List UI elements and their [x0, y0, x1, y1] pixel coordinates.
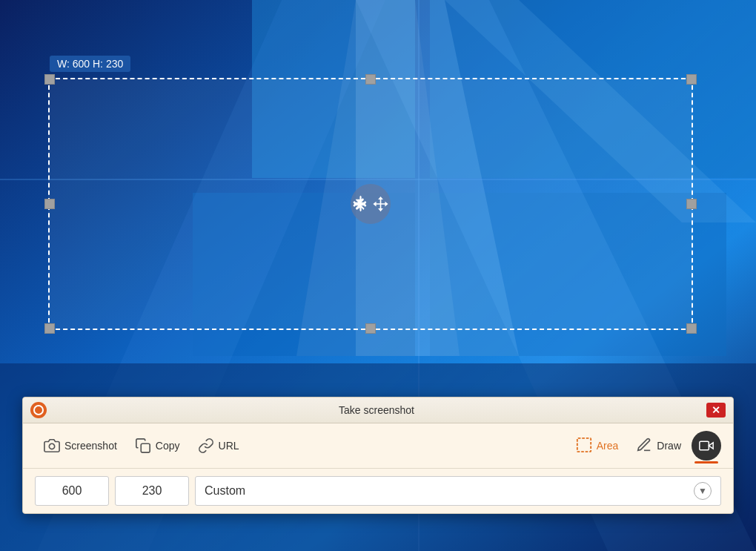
- screenshot-button[interactable]: Screenshot: [35, 433, 126, 458]
- dialog-titlebar: Take screenshot ✕: [23, 397, 733, 423]
- link-icon: [198, 438, 214, 454]
- dialog-title: Take screenshot: [47, 404, 706, 416]
- height-input[interactable]: [115, 476, 189, 506]
- width-input[interactable]: [35, 476, 109, 506]
- draw-label: Draw: [657, 440, 681, 452]
- screenshot-label: Screenshot: [64, 440, 117, 452]
- handle-bottom-center[interactable]: [365, 323, 376, 334]
- copy-button[interactable]: Copy: [126, 433, 189, 458]
- app-icon: [30, 402, 47, 418]
- handle-middle-left[interactable]: [44, 199, 55, 209]
- pencil-icon: [636, 437, 652, 455]
- copy-icon: [135, 438, 151, 454]
- close-button[interactable]: ✕: [706, 403, 726, 418]
- area-button[interactable]: Area: [568, 432, 626, 460]
- handle-top-left[interactable]: [44, 74, 55, 85]
- dialog-inputs: Custom ▼: [23, 469, 733, 513]
- preset-select[interactable]: Custom ▼: [195, 476, 721, 506]
- webcam-button[interactable]: [692, 431, 721, 461]
- handle-bottom-right[interactable]: [686, 323, 697, 334]
- preset-value: Custom: [205, 484, 245, 498]
- dialog-toolbar: Screenshot Copy URL: [23, 423, 733, 469]
- toolbar-right: Area Draw: [568, 431, 721, 461]
- dimensions-label: W: 600 H: 230: [50, 56, 130, 72]
- screenshot-dialog: Take screenshot ✕ Screenshot Copy: [22, 397, 734, 514]
- handle-middle-right[interactable]: [686, 199, 697, 209]
- move-handle[interactable]: [351, 184, 391, 224]
- selection-area[interactable]: W: 600 H: 230: [48, 78, 693, 330]
- handle-top-center[interactable]: [365, 74, 376, 85]
- svg-point-14: [49, 443, 54, 449]
- svg-rect-15: [141, 443, 150, 452]
- handle-top-right[interactable]: [686, 74, 697, 85]
- camera-icon: [44, 438, 60, 454]
- handle-bottom-left[interactable]: [44, 323, 55, 334]
- url-label: URL: [219, 440, 239, 452]
- svg-rect-17: [700, 441, 709, 450]
- area-label: Area: [597, 440, 619, 452]
- draw-button[interactable]: Draw: [629, 432, 689, 460]
- svg-rect-16: [577, 438, 591, 451]
- url-button[interactable]: URL: [189, 433, 248, 458]
- area-icon: [576, 437, 592, 455]
- select-arrow-icon: ▼: [694, 482, 712, 500]
- copy-label: Copy: [156, 440, 180, 452]
